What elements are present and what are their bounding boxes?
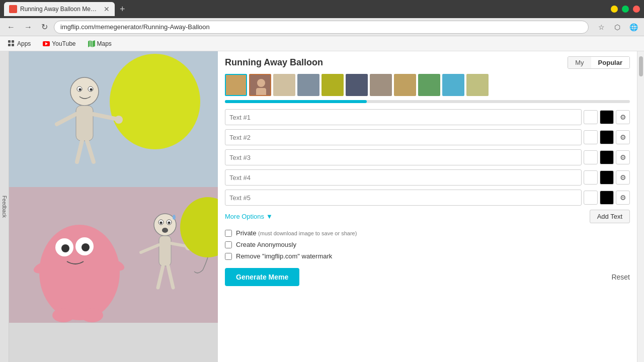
close-button[interactable]: [633, 6, 640, 13]
svg-marker-7: [88, 40, 95, 47]
toggle-buttons: My Popular: [568, 56, 630, 69]
main-content: Feedback: [0, 51, 644, 362]
thumbnail-7[interactable]: [370, 74, 392, 96]
meme-image-area: [9, 51, 218, 362]
right-panel: Running Away Balloon My Popular: [218, 51, 637, 362]
text5-white-color-button[interactable]: [584, 191, 598, 205]
maximize-button[interactable]: [622, 6, 629, 13]
bookmarks-bar: Apps YouTube Maps: [0, 36, 644, 51]
text4-settings-button[interactable]: ⚙: [616, 170, 630, 185]
text-field-row-3: ⚙: [225, 149, 630, 165]
svg-point-28: [82, 243, 90, 251]
thumbnail-2[interactable]: [249, 74, 271, 96]
thumbnail-8[interactable]: [394, 74, 416, 96]
thumbnail-1[interactable]: [225, 74, 247, 96]
text3-white-color-button[interactable]: [584, 150, 598, 164]
minimize-button[interactable]: [611, 6, 618, 13]
svg-rect-17: [76, 106, 93, 141]
thumbnail-6[interactable]: [346, 74, 368, 96]
svg-point-11: [110, 54, 200, 149]
svg-point-39: [162, 228, 168, 233]
apps-label: Apps: [17, 40, 31, 47]
globe-icon[interactable]: 🌐: [627, 21, 640, 34]
thumbnail-11[interactable]: [466, 74, 489, 96]
private-text: Private: [236, 229, 256, 237]
text1-settings-button[interactable]: ⚙: [616, 110, 630, 124]
bookmark-youtube[interactable]: YouTube: [40, 39, 78, 49]
thumbnail-4[interactable]: [297, 74, 319, 96]
more-options-button[interactable]: More Options ▼: [225, 213, 273, 220]
window-controls: [611, 6, 640, 13]
watermark-checkbox-row: Remove "imgflip.com" watermark: [225, 252, 630, 260]
text1-white-color-button[interactable]: [584, 110, 598, 124]
browser-tab[interactable]: Running Away Balloon Meme G... ✕: [4, 2, 115, 16]
text3-settings-button[interactable]: ⚙: [616, 150, 630, 164]
browser-chrome: Running Away Balloon Meme G... ✕ +: [0, 0, 644, 18]
anonymous-checkbox-row: Create Anonymously: [225, 241, 630, 248]
text5-settings-button[interactable]: ⚙: [616, 191, 630, 205]
bookmark-maps[interactable]: Maps: [85, 39, 115, 49]
thumbnail-9[interactable]: [418, 74, 440, 96]
back-button[interactable]: ←: [4, 21, 18, 34]
progress-bar: [225, 100, 630, 103]
svg-point-16: [90, 88, 93, 91]
anonymous-checkbox[interactable]: [225, 241, 232, 248]
extensions-icon[interactable]: ⬡: [611, 21, 624, 34]
text3-black-color-button[interactable]: [600, 150, 614, 164]
svg-rect-3: [8, 44, 11, 46]
svg-point-38: [173, 215, 176, 220]
svg-point-48: [257, 79, 265, 87]
address-bar[interactable]: imgflip.com/memegenerator/Running-Away-B…: [54, 21, 589, 34]
youtube-label: YouTube: [52, 40, 75, 47]
scrollbar-thumb[interactable]: [639, 56, 643, 76]
text2-black-color-button[interactable]: [600, 130, 614, 144]
page-scrollbar[interactable]: [637, 51, 644, 362]
meme-container: [9, 51, 218, 323]
tab-close-button[interactable]: ✕: [104, 5, 110, 13]
thumbnail-5[interactable]: [321, 74, 344, 96]
text-input-3[interactable]: [225, 149, 582, 165]
svg-point-32: [81, 308, 103, 322]
text2-white-color-button[interactable]: [584, 130, 598, 144]
refresh-button[interactable]: ↻: [38, 20, 51, 34]
tab-favicon: [9, 5, 17, 13]
text-input-4[interactable]: [225, 169, 582, 186]
text4-white-color-button[interactable]: [584, 170, 598, 185]
text-field-row-4: ⚙: [225, 169, 630, 186]
svg-point-36: [160, 222, 163, 224]
forward-button[interactable]: →: [21, 21, 35, 34]
text-input-5[interactable]: [225, 190, 582, 206]
svg-point-31: [52, 308, 74, 322]
private-checkbox[interactable]: [225, 230, 232, 237]
more-options-arrow: ▼: [266, 213, 273, 220]
maps-label: Maps: [97, 40, 112, 47]
new-tab-button[interactable]: +: [120, 4, 125, 15]
nav-icons: ☆ ⬡ 🌐: [595, 21, 640, 34]
text2-settings-button[interactable]: ⚙: [616, 130, 630, 144]
feedback-tab[interactable]: Feedback: [0, 51, 9, 362]
reset-button[interactable]: Reset: [611, 273, 630, 281]
feedback-label: Feedback: [2, 196, 7, 218]
text1-black-color-button[interactable]: [600, 110, 614, 124]
svg-point-15: [79, 88, 82, 91]
apps-icon: [8, 40, 15, 47]
thumbnail-10[interactable]: [442, 74, 464, 96]
text-input-2[interactable]: [225, 129, 582, 145]
text4-black-color-button[interactable]: [600, 170, 614, 185]
content-area: Running Away Balloon My Popular: [9, 51, 644, 362]
popular-toggle-button[interactable]: Popular: [591, 57, 629, 68]
text5-black-color-button[interactable]: [600, 191, 614, 205]
text-input-1[interactable]: [225, 109, 582, 125]
bookmark-star-icon[interactable]: ☆: [595, 21, 608, 34]
svg-point-12: [70, 77, 99, 106]
my-toggle-button[interactable]: My: [568, 57, 591, 68]
anonymous-label: Create Anonymously: [236, 241, 296, 248]
progress-bar-fill: [225, 100, 367, 103]
add-text-button[interactable]: Add Text: [590, 210, 630, 223]
watermark-checkbox[interactable]: [225, 253, 232, 260]
bookmark-apps[interactable]: Apps: [5, 39, 34, 49]
generate-meme-button[interactable]: Generate Meme: [225, 268, 299, 286]
thumbnail-3[interactable]: [273, 74, 295, 96]
svg-rect-49: [256, 88, 266, 96]
panel-title: Running Away Balloon: [225, 57, 323, 68]
